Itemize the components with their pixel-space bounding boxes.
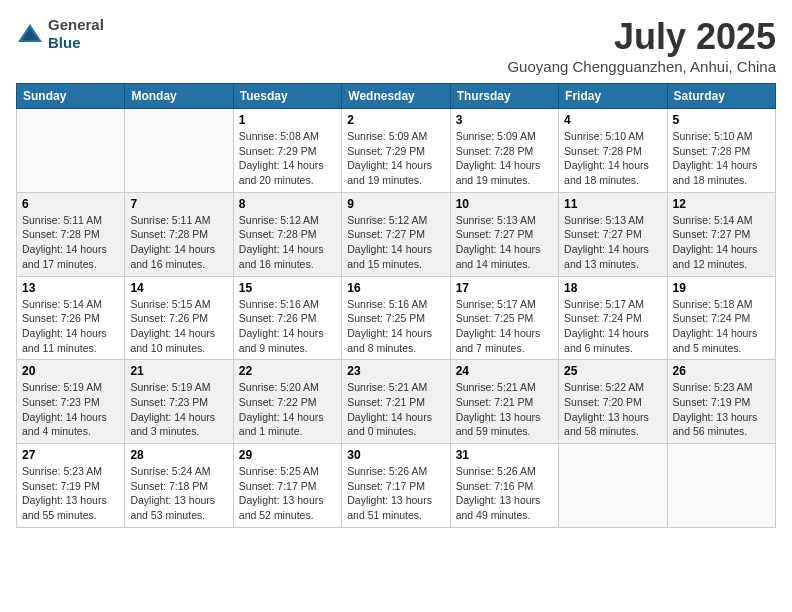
calendar-cell: 15Sunrise: 5:16 AM Sunset: 7:26 PM Dayli… xyxy=(233,276,341,360)
calendar-cell: 30Sunrise: 5:26 AM Sunset: 7:17 PM Dayli… xyxy=(342,444,450,528)
day-info: Sunrise: 5:21 AM Sunset: 7:21 PM Dayligh… xyxy=(347,380,444,439)
calendar-cell xyxy=(125,109,233,193)
day-info: Sunrise: 5:21 AM Sunset: 7:21 PM Dayligh… xyxy=(456,380,553,439)
day-number: 6 xyxy=(22,197,119,211)
day-number: 27 xyxy=(22,448,119,462)
day-number: 12 xyxy=(673,197,770,211)
day-number: 19 xyxy=(673,281,770,295)
day-number: 17 xyxy=(456,281,553,295)
logo-general-text: General xyxy=(48,16,104,33)
day-number: 31 xyxy=(456,448,553,462)
day-info: Sunrise: 5:18 AM Sunset: 7:24 PM Dayligh… xyxy=(673,297,770,356)
weekday-header-thursday: Thursday xyxy=(450,84,558,109)
title-block: July 2025 Guoyang Chengguanzhen, Anhui, … xyxy=(507,16,776,75)
calendar-cell: 1Sunrise: 5:08 AM Sunset: 7:29 PM Daylig… xyxy=(233,109,341,193)
weekday-header-wednesday: Wednesday xyxy=(342,84,450,109)
day-info: Sunrise: 5:26 AM Sunset: 7:17 PM Dayligh… xyxy=(347,464,444,523)
day-info: Sunrise: 5:08 AM Sunset: 7:29 PM Dayligh… xyxy=(239,129,336,188)
day-number: 26 xyxy=(673,364,770,378)
month-year: July 2025 xyxy=(507,16,776,58)
day-info: Sunrise: 5:20 AM Sunset: 7:22 PM Dayligh… xyxy=(239,380,336,439)
day-info: Sunrise: 5:10 AM Sunset: 7:28 PM Dayligh… xyxy=(673,129,770,188)
calendar-cell: 31Sunrise: 5:26 AM Sunset: 7:16 PM Dayli… xyxy=(450,444,558,528)
day-number: 14 xyxy=(130,281,227,295)
day-info: Sunrise: 5:14 AM Sunset: 7:27 PM Dayligh… xyxy=(673,213,770,272)
weekday-header-row: SundayMondayTuesdayWednesdayThursdayFrid… xyxy=(17,84,776,109)
day-number: 5 xyxy=(673,113,770,127)
page-header: General Blue July 2025 Guoyang Chengguan… xyxy=(16,16,776,75)
calendar-cell: 29Sunrise: 5:25 AM Sunset: 7:17 PM Dayli… xyxy=(233,444,341,528)
day-number: 9 xyxy=(347,197,444,211)
calendar-cell: 6Sunrise: 5:11 AM Sunset: 7:28 PM Daylig… xyxy=(17,192,125,276)
calendar-cell xyxy=(559,444,667,528)
day-info: Sunrise: 5:09 AM Sunset: 7:28 PM Dayligh… xyxy=(456,129,553,188)
day-number: 7 xyxy=(130,197,227,211)
day-info: Sunrise: 5:26 AM Sunset: 7:16 PM Dayligh… xyxy=(456,464,553,523)
day-info: Sunrise: 5:12 AM Sunset: 7:28 PM Dayligh… xyxy=(239,213,336,272)
calendar-cell: 16Sunrise: 5:16 AM Sunset: 7:25 PM Dayli… xyxy=(342,276,450,360)
calendar-cell: 4Sunrise: 5:10 AM Sunset: 7:28 PM Daylig… xyxy=(559,109,667,193)
day-info: Sunrise: 5:22 AM Sunset: 7:20 PM Dayligh… xyxy=(564,380,661,439)
day-number: 21 xyxy=(130,364,227,378)
day-info: Sunrise: 5:19 AM Sunset: 7:23 PM Dayligh… xyxy=(130,380,227,439)
day-number: 22 xyxy=(239,364,336,378)
day-number: 18 xyxy=(564,281,661,295)
calendar-cell: 8Sunrise: 5:12 AM Sunset: 7:28 PM Daylig… xyxy=(233,192,341,276)
calendar-week-row: 6Sunrise: 5:11 AM Sunset: 7:28 PM Daylig… xyxy=(17,192,776,276)
day-number: 11 xyxy=(564,197,661,211)
calendar-week-row: 13Sunrise: 5:14 AM Sunset: 7:26 PM Dayli… xyxy=(17,276,776,360)
weekday-header-monday: Monday xyxy=(125,84,233,109)
calendar-cell xyxy=(17,109,125,193)
day-info: Sunrise: 5:10 AM Sunset: 7:28 PM Dayligh… xyxy=(564,129,661,188)
day-number: 16 xyxy=(347,281,444,295)
day-info: Sunrise: 5:16 AM Sunset: 7:25 PM Dayligh… xyxy=(347,297,444,356)
day-info: Sunrise: 5:17 AM Sunset: 7:25 PM Dayligh… xyxy=(456,297,553,356)
calendar-cell: 5Sunrise: 5:10 AM Sunset: 7:28 PM Daylig… xyxy=(667,109,775,193)
calendar-cell: 10Sunrise: 5:13 AM Sunset: 7:27 PM Dayli… xyxy=(450,192,558,276)
calendar-cell: 9Sunrise: 5:12 AM Sunset: 7:27 PM Daylig… xyxy=(342,192,450,276)
day-info: Sunrise: 5:09 AM Sunset: 7:29 PM Dayligh… xyxy=(347,129,444,188)
logo: General Blue xyxy=(16,16,104,52)
day-info: Sunrise: 5:23 AM Sunset: 7:19 PM Dayligh… xyxy=(22,464,119,523)
calendar-cell: 19Sunrise: 5:18 AM Sunset: 7:24 PM Dayli… xyxy=(667,276,775,360)
calendar-week-row: 20Sunrise: 5:19 AM Sunset: 7:23 PM Dayli… xyxy=(17,360,776,444)
day-number: 20 xyxy=(22,364,119,378)
day-number: 3 xyxy=(456,113,553,127)
day-info: Sunrise: 5:24 AM Sunset: 7:18 PM Dayligh… xyxy=(130,464,227,523)
calendar-cell: 24Sunrise: 5:21 AM Sunset: 7:21 PM Dayli… xyxy=(450,360,558,444)
day-number: 15 xyxy=(239,281,336,295)
calendar-cell: 11Sunrise: 5:13 AM Sunset: 7:27 PM Dayli… xyxy=(559,192,667,276)
logo-blue-text: Blue xyxy=(48,34,81,51)
day-info: Sunrise: 5:23 AM Sunset: 7:19 PM Dayligh… xyxy=(673,380,770,439)
calendar-cell: 18Sunrise: 5:17 AM Sunset: 7:24 PM Dayli… xyxy=(559,276,667,360)
day-info: Sunrise: 5:12 AM Sunset: 7:27 PM Dayligh… xyxy=(347,213,444,272)
day-info: Sunrise: 5:17 AM Sunset: 7:24 PM Dayligh… xyxy=(564,297,661,356)
calendar-cell: 26Sunrise: 5:23 AM Sunset: 7:19 PM Dayli… xyxy=(667,360,775,444)
day-info: Sunrise: 5:14 AM Sunset: 7:26 PM Dayligh… xyxy=(22,297,119,356)
day-number: 13 xyxy=(22,281,119,295)
calendar-cell: 20Sunrise: 5:19 AM Sunset: 7:23 PM Dayli… xyxy=(17,360,125,444)
calendar-table: SundayMondayTuesdayWednesdayThursdayFrid… xyxy=(16,83,776,528)
calendar-cell: 12Sunrise: 5:14 AM Sunset: 7:27 PM Dayli… xyxy=(667,192,775,276)
day-number: 29 xyxy=(239,448,336,462)
day-number: 10 xyxy=(456,197,553,211)
day-number: 2 xyxy=(347,113,444,127)
day-info: Sunrise: 5:11 AM Sunset: 7:28 PM Dayligh… xyxy=(130,213,227,272)
calendar-cell: 28Sunrise: 5:24 AM Sunset: 7:18 PM Dayli… xyxy=(125,444,233,528)
day-info: Sunrise: 5:25 AM Sunset: 7:17 PM Dayligh… xyxy=(239,464,336,523)
calendar-cell: 13Sunrise: 5:14 AM Sunset: 7:26 PM Dayli… xyxy=(17,276,125,360)
day-number: 25 xyxy=(564,364,661,378)
day-number: 8 xyxy=(239,197,336,211)
calendar-cell: 2Sunrise: 5:09 AM Sunset: 7:29 PM Daylig… xyxy=(342,109,450,193)
calendar-cell: 25Sunrise: 5:22 AM Sunset: 7:20 PM Dayli… xyxy=(559,360,667,444)
day-number: 1 xyxy=(239,113,336,127)
day-number: 23 xyxy=(347,364,444,378)
day-number: 30 xyxy=(347,448,444,462)
day-info: Sunrise: 5:13 AM Sunset: 7:27 PM Dayligh… xyxy=(564,213,661,272)
calendar-cell: 3Sunrise: 5:09 AM Sunset: 7:28 PM Daylig… xyxy=(450,109,558,193)
calendar-cell: 22Sunrise: 5:20 AM Sunset: 7:22 PM Dayli… xyxy=(233,360,341,444)
weekday-header-saturday: Saturday xyxy=(667,84,775,109)
calendar-cell: 14Sunrise: 5:15 AM Sunset: 7:26 PM Dayli… xyxy=(125,276,233,360)
day-number: 24 xyxy=(456,364,553,378)
day-info: Sunrise: 5:16 AM Sunset: 7:26 PM Dayligh… xyxy=(239,297,336,356)
